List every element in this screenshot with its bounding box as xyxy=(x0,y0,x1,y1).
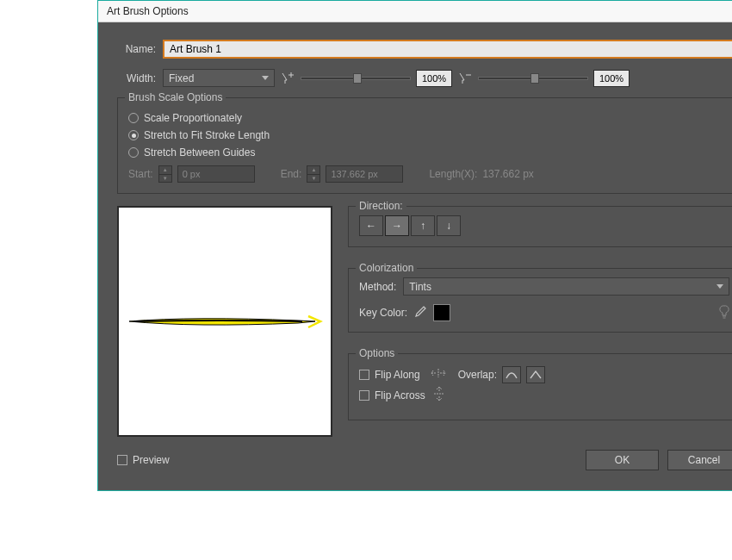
direction-right-button[interactable]: → xyxy=(385,215,409,236)
name-input[interactable] xyxy=(163,40,732,59)
method-dropdown[interactable]: Tints xyxy=(403,277,729,296)
options-legend: Options xyxy=(356,347,398,359)
chevron-down-icon xyxy=(262,76,269,80)
radio-stretch-fit[interactable] xyxy=(128,130,139,140)
flip-across-icon xyxy=(433,386,445,404)
width-label: Width: xyxy=(117,72,156,84)
direction-group: Direction: ← → ↑ ↓ xyxy=(348,206,732,247)
flip-along-checkbox[interactable] xyxy=(359,370,369,380)
radio-label: Stretch to Fit Stroke Length xyxy=(144,129,270,141)
method-label: Method: xyxy=(359,281,396,293)
flip-along-icon xyxy=(431,368,446,381)
method-value: Tints xyxy=(409,281,431,293)
flip-along-label: Flip Along xyxy=(375,369,420,381)
titlebar[interactable]: Art Brush Options xyxy=(98,0,732,22)
chevron-down-icon xyxy=(716,284,723,289)
brush-scale-options-group: Brush Scale Options Scale Proportionatel… xyxy=(117,97,732,194)
flip-across-checkbox[interactable] xyxy=(359,390,369,401)
window-title: Art Brush Options xyxy=(107,5,189,17)
cancel-button[interactable]: Cancel xyxy=(667,450,732,470)
colorization-group: Colorization Method: Tints Key Color: xyxy=(348,268,732,333)
overlap-option-1[interactable] xyxy=(502,366,521,383)
start-value: 0 px xyxy=(177,165,255,183)
direction-left-button[interactable]: ← xyxy=(359,215,383,236)
end-stepper: ▲▼ xyxy=(307,165,320,183)
key-color-label: Key Color: xyxy=(359,307,407,319)
cursor-add-icon xyxy=(282,72,295,84)
width-slider-left[interactable] xyxy=(301,77,411,80)
length-value: 137.662 px xyxy=(482,168,533,180)
width-dropdown[interactable]: Fixed xyxy=(163,69,275,87)
direction-legend: Direction: xyxy=(356,200,406,212)
width-dropdown-value: Fixed xyxy=(169,72,194,84)
overlap-label: Overlap: xyxy=(458,369,497,381)
length-label: Length(X): xyxy=(429,168,477,180)
brush-preview xyxy=(117,206,332,437)
slider-thumb[interactable] xyxy=(530,73,539,84)
name-label: Name: xyxy=(117,43,156,55)
width-left-value[interactable]: 100% xyxy=(416,70,452,87)
start-label: Start: xyxy=(128,168,153,180)
art-brush-options-dialog: Art Brush Options Name: Width: Fixed 100… xyxy=(97,0,732,491)
radio-scale-proportionately[interactable] xyxy=(128,113,139,123)
radio-stretch-guides[interactable] xyxy=(128,147,139,158)
colorization-legend: Colorization xyxy=(356,262,417,274)
ok-button[interactable]: OK xyxy=(586,450,659,470)
width-slider-right[interactable] xyxy=(478,77,588,80)
preview-checkbox[interactable] xyxy=(117,455,127,465)
overlap-option-2[interactable] xyxy=(526,366,545,383)
end-label: End: xyxy=(281,168,302,180)
flip-across-label: Flip Across xyxy=(375,389,425,401)
options-group: Options Flip Along xyxy=(348,353,732,420)
direction-up-button[interactable]: ↑ xyxy=(411,215,435,236)
cursor-remove-icon xyxy=(459,72,473,84)
direction-down-button[interactable]: ↓ xyxy=(437,215,461,236)
key-color-swatch[interactable] xyxy=(433,304,450,321)
slider-thumb[interactable] xyxy=(353,73,362,84)
end-value: 137.662 px xyxy=(326,165,403,183)
radio-label: Stretch Between Guides xyxy=(144,146,255,159)
brush-art-icon xyxy=(126,311,324,333)
lightbulb-icon[interactable] xyxy=(719,305,729,321)
brush-scale-legend: Brush Scale Options xyxy=(125,91,226,103)
eyedropper-icon[interactable] xyxy=(414,306,426,320)
width-right-value[interactable]: 100% xyxy=(593,70,630,87)
start-stepper: ▲▼ xyxy=(158,165,172,183)
radio-label: Scale Proportionately xyxy=(144,112,242,124)
preview-label: Preview xyxy=(133,454,170,466)
